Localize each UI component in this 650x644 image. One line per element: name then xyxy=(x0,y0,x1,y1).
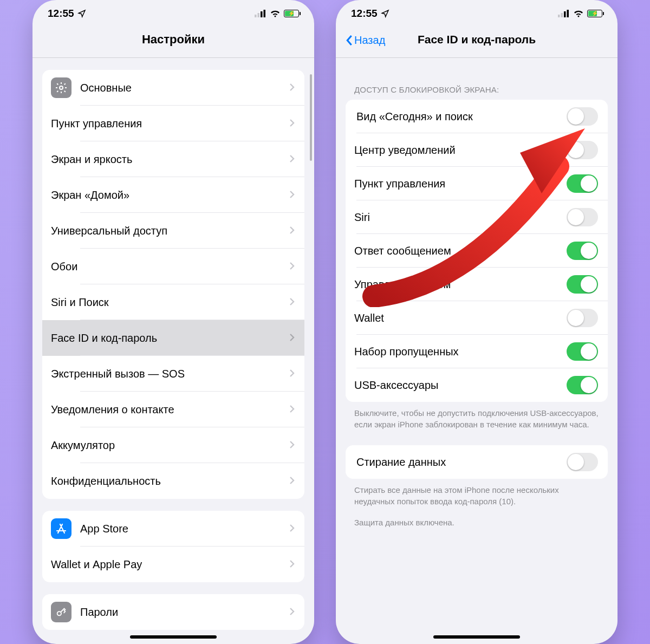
svg-point-4 xyxy=(60,86,63,89)
row-label: Стирание данных xyxy=(356,456,567,469)
row-label: Wallet xyxy=(354,312,567,324)
toggle-row-siri[interactable]: Siri xyxy=(346,200,608,234)
settings-row-control-center[interactable]: Пункт управления xyxy=(42,106,304,141)
settings-group-3-peek: Пароли xyxy=(42,594,304,630)
toggle-row-erase-data[interactable]: Стирание данных xyxy=(346,445,608,479)
chevron-right-icon xyxy=(289,368,295,380)
toggle-notification-center[interactable] xyxy=(567,141,598,159)
scrollbar[interactable] xyxy=(310,74,312,161)
erase-footer-text-1: Стирать все данные на этом iPhone после … xyxy=(336,479,618,507)
toggle-row-reply-message[interactable]: Ответ сообщением xyxy=(346,234,608,268)
toggle-row-notification-center[interactable]: Центр уведомлений xyxy=(346,133,608,167)
row-label: App Store xyxy=(80,523,289,535)
settings-row-sos[interactable]: SOS Экстренный вызов — SOS xyxy=(42,356,304,392)
row-label: Экран «Домой» xyxy=(51,189,289,201)
erase-footer-text-2: Защита данных включена. xyxy=(336,507,618,528)
settings-row-siri[interactable]: Siri и Поиск xyxy=(42,284,304,320)
appstore-icon xyxy=(51,518,72,539)
row-label: Siri и Поиск xyxy=(51,296,289,309)
toggle-usb[interactable] xyxy=(567,376,598,394)
chevron-right-icon xyxy=(289,189,295,201)
chevron-right-icon xyxy=(289,606,295,619)
chevron-right-icon xyxy=(289,523,295,535)
toggle-return-missed[interactable] xyxy=(567,342,598,361)
home-indicator[interactable] xyxy=(433,635,520,639)
settings-row-battery[interactable]: Аккумулятор xyxy=(42,427,304,463)
row-label: Siri xyxy=(354,211,567,224)
toggle-reply-message[interactable] xyxy=(567,242,598,260)
row-label: Аккумулятор xyxy=(51,439,289,452)
chevron-right-icon xyxy=(289,475,295,487)
row-label: Уведомления о контакте xyxy=(51,404,289,416)
toggle-row-usb[interactable]: USB-аксессуары xyxy=(346,368,608,402)
toggle-row-control-center[interactable]: Пункт управления xyxy=(346,167,608,200)
cellular-icon xyxy=(558,10,570,17)
row-label: Основные xyxy=(80,82,289,94)
toggle-row-wallet[interactable]: Wallet xyxy=(346,301,608,335)
page-title: Настройки xyxy=(32,23,314,57)
section-header-lock-access: ДОСТУП С БЛОКИРОВКОЙ ЭКРАНА: xyxy=(336,85,618,94)
settings-row-display[interactable]: AA Экран и яркость xyxy=(42,141,304,177)
row-label: Управление домом xyxy=(354,278,567,291)
toggle-control-center[interactable] xyxy=(567,174,598,193)
key-icon xyxy=(51,602,72,622)
settings-row-privacy[interactable]: Конфиденциальность xyxy=(42,463,304,499)
row-label: Ответ сообщением xyxy=(354,245,567,257)
settings-row-wallet[interactable]: Wallet и Apple Pay xyxy=(42,547,304,582)
row-label: Пароли xyxy=(80,606,289,619)
location-icon xyxy=(77,9,86,18)
settings-row-passwords[interactable]: Пароли xyxy=(42,594,304,630)
settings-group-1: Основные Пункт управления AA Экран и ярк… xyxy=(42,70,304,499)
svg-rect-3 xyxy=(264,10,266,17)
chevron-right-icon xyxy=(289,558,295,571)
row-label: Универсальный доступ xyxy=(51,225,289,237)
row-label: Пункт управления xyxy=(51,118,289,130)
erase-data-group: Стирание данных xyxy=(346,445,608,479)
toggle-siri[interactable] xyxy=(567,208,598,226)
row-label: Wallet и Apple Pay xyxy=(51,558,289,571)
settings-screen: 12:55 ⚡ Настройки Основные xyxy=(32,0,314,644)
status-time: 12:55 xyxy=(351,8,378,19)
settings-row-exposure[interactable]: Уведомления о контакте xyxy=(42,392,304,427)
toggle-today[interactable] xyxy=(567,107,598,126)
row-label: Вид «Сегодня» и поиск xyxy=(356,110,567,123)
svg-rect-52 xyxy=(564,11,566,17)
wifi-icon xyxy=(573,10,584,17)
settings-row-home-screen[interactable]: Экран «Домой» xyxy=(42,177,304,213)
back-button[interactable]: Назад xyxy=(346,34,385,47)
row-label: Центр уведомлений xyxy=(354,144,567,157)
gear-icon xyxy=(51,77,72,98)
settings-row-general[interactable]: Основные xyxy=(42,70,304,106)
toggle-row-home-control[interactable]: Управление домом xyxy=(346,268,608,301)
usb-footer-text: Выключите, чтобы не допустить подключени… xyxy=(336,402,618,430)
chevron-right-icon xyxy=(289,118,295,130)
toggle-wallet[interactable] xyxy=(567,309,598,327)
location-icon xyxy=(381,9,389,18)
svg-rect-53 xyxy=(567,10,569,17)
settings-row-face-id[interactable]: Face ID и код-пароль xyxy=(42,320,304,356)
toggle-home-control[interactable] xyxy=(567,275,598,294)
toggle-row-return-missed[interactable]: Набор пропущенных xyxy=(346,335,608,368)
back-label: Назад xyxy=(354,34,385,47)
battery-icon: ⚡ xyxy=(284,10,299,17)
settings-row-wallpaper[interactable]: Обои xyxy=(42,249,304,284)
status-bar: 12:55 ⚡ xyxy=(32,0,314,23)
settings-row-accessibility[interactable]: Универсальный доступ xyxy=(42,213,304,249)
page-title: Face ID и код-пароль xyxy=(418,33,536,45)
chevron-right-icon xyxy=(289,153,295,166)
svg-rect-1 xyxy=(258,13,260,17)
chevron-right-icon xyxy=(289,439,295,452)
chevron-right-icon xyxy=(289,82,295,94)
svg-rect-0 xyxy=(255,15,257,17)
toggle-erase-data[interactable] xyxy=(567,453,598,471)
chevron-right-icon xyxy=(289,296,295,309)
nav-header: Назад Face ID и код-пароль xyxy=(336,23,618,57)
lock-access-group: Вид «Сегодня» и поиск Центр уведомлений … xyxy=(346,100,608,402)
status-time: 12:55 xyxy=(48,8,74,19)
settings-row-appstore[interactable]: App Store xyxy=(42,511,304,547)
toggle-row-today[interactable]: Вид «Сегодня» и поиск xyxy=(346,100,608,133)
wifi-icon xyxy=(270,10,281,17)
home-indicator[interactable] xyxy=(130,635,217,639)
row-label: Конфиденциальность xyxy=(51,475,289,487)
chevron-right-icon xyxy=(289,261,295,273)
